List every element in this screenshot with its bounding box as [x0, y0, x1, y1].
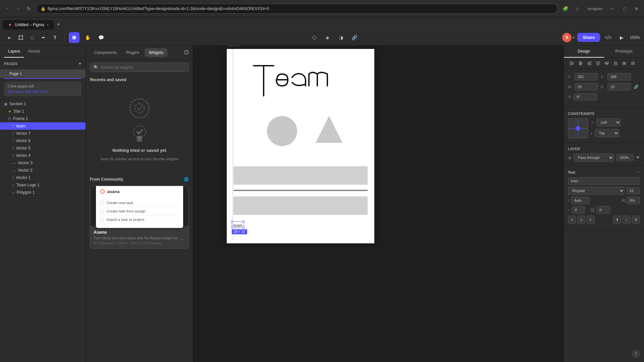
back-button[interactable]: ←	[3, 4, 12, 13]
close-panel-button[interactable]	[184, 50, 189, 56]
canvas-area[interactable]: Frame 1	[193, 46, 564, 362]
plugins-tab[interactable]: Plugins	[122, 48, 143, 57]
maximize-button[interactable]: □	[620, 4, 629, 13]
text-align-center-button[interactable]: ≡	[577, 216, 585, 224]
minimize-button[interactable]: ─	[608, 4, 617, 13]
h-constraint-select[interactable]: Left Right Center Scale Stretch	[596, 118, 621, 126]
font-name-input[interactable]	[568, 177, 640, 185]
letter-spacing-input[interactable]	[627, 197, 640, 204]
select-tool[interactable]: ▸	[4, 32, 15, 43]
v-constraint-select[interactable]: Top Bottom Center Scale Stretch	[595, 129, 619, 137]
pen-tool[interactable]: ✒	[38, 32, 49, 43]
text-align-left-button[interactable]: ≡	[568, 216, 576, 224]
component-tool[interactable]	[69, 32, 79, 43]
y-input[interactable]	[607, 73, 631, 80]
font-size-input[interactable]	[627, 187, 640, 194]
blend-mode-select[interactable]: Pass through	[574, 154, 614, 162]
svg-rect-27	[588, 62, 589, 64]
para-spacing-input[interactable]	[572, 206, 585, 214]
layer-frame1[interactable]: ⊡ Frame 1	[0, 115, 86, 122]
align-bottom-button[interactable]	[611, 59, 620, 67]
close-window-button[interactable]: ✕	[632, 4, 641, 13]
team-text-element[interactable]: team	[233, 223, 243, 228]
layer-vector5[interactable]: ⌇ Vector 5	[0, 144, 86, 152]
search-input[interactable]	[101, 65, 185, 70]
layer-star1[interactable]: ★ Star 1	[0, 108, 86, 115]
bookmark-button[interactable]: ☆	[573, 4, 582, 13]
layer-vector6[interactable]: ⌇ Vector 6	[0, 137, 86, 144]
layer-vector1[interactable]: ⌇ Vector 1	[0, 174, 86, 181]
asana-widget-card[interactable]: ⬡ asana Create new task Create task from…	[90, 186, 189, 249]
frame-tool[interactable]	[15, 32, 26, 43]
figma-tab[interactable]: ✦ Untitled – Figma ×	[3, 20, 54, 29]
tab-layers[interactable]: Layers	[4, 46, 24, 58]
component-set-tool[interactable]: ◈	[322, 32, 333, 43]
font-style-select[interactable]: Regular	[568, 187, 625, 195]
link-tool[interactable]: 🔗	[349, 32, 360, 43]
rotation-input[interactable]	[574, 93, 597, 101]
text-align-right-button[interactable]: ≡	[587, 216, 595, 224]
design-tab[interactable]: Design	[564, 46, 604, 58]
opacity-input[interactable]	[616, 154, 633, 161]
triangle-shape	[314, 114, 344, 145]
layer-vector3[interactable]: — Vector 3	[0, 159, 86, 167]
code-view-button[interactable]: </>	[603, 32, 613, 43]
help-button[interactable]: ?	[632, 350, 640, 358]
see-plans-link[interactable]: See plans that offer more	[7, 89, 78, 94]
x-input[interactable]	[575, 73, 598, 80]
mask-tool[interactable]: ⬡	[309, 32, 320, 43]
svg-rect-24	[581, 62, 582, 64]
text-valign-top-button[interactable]: ⬆	[613, 216, 621, 224]
align-top-button[interactable]	[594, 59, 602, 67]
visibility-icon[interactable]: 👁	[636, 155, 640, 160]
shape-tool[interactable]: □	[27, 32, 38, 43]
text-tool[interactable]: T	[50, 32, 60, 43]
text-spacing-row: ↕ A|	[568, 197, 640, 204]
text-valign-bottom-button[interactable]: ⬇	[632, 216, 640, 224]
add-page-button[interactable]: +	[78, 61, 82, 67]
page-item-1[interactable]: ✓ Page 1	[0, 69, 86, 78]
layer-teamlogo1[interactable]: ○ Team Logo 1	[0, 181, 86, 189]
comment-tool[interactable]: 💬	[96, 32, 106, 43]
tab-assets[interactable]: Assets	[24, 46, 44, 58]
prototype-tab[interactable]: Prototype	[604, 46, 644, 58]
widget-search-box[interactable]: 🔍	[90, 63, 189, 72]
distribute-v-button[interactable]	[629, 59, 637, 67]
layer-vector7[interactable]: ⌇ Vector 7	[0, 130, 86, 137]
para-indent-input[interactable]	[597, 206, 610, 214]
layer-vector2[interactable]: — Vector 2	[0, 167, 86, 174]
distribute-h-button[interactable]	[620, 59, 628, 67]
constrain-proportions-button[interactable]: 🔗	[634, 84, 639, 89]
avatar-chevron[interactable]: ▾	[573, 36, 575, 39]
extensions-button[interactable]: 🧩	[560, 4, 570, 13]
hand-tool[interactable]: ✋	[82, 32, 93, 43]
w-input[interactable]	[575, 83, 598, 90]
text-valign-middle-button[interactable]: ↕	[623, 216, 631, 224]
forward-button[interactable]: →	[13, 4, 23, 13]
refresh-button[interactable]: ↻	[24, 4, 34, 13]
zoom-display[interactable]: 100%	[630, 35, 640, 40]
team-text-content: team	[233, 223, 243, 228]
play-button[interactable]: ▶	[616, 32, 627, 43]
layer-polygon1[interactable]: ▱ Polygon 1	[0, 189, 86, 196]
incognito-label: Incognito	[585, 4, 605, 13]
share-button[interactable]: Share	[577, 33, 600, 42]
align-right-button[interactable]	[585, 59, 593, 67]
layer-team[interactable]: T team	[0, 122, 86, 130]
line-height-input[interactable]	[571, 197, 590, 204]
globe-icon[interactable]: 🌐	[184, 177, 189, 182]
add-tab-button[interactable]: +	[54, 20, 63, 29]
text-more-icon[interactable]: ⋯	[636, 170, 640, 175]
align-center-v-button[interactable]	[603, 59, 611, 67]
components-tab[interactable]: Components	[90, 48, 121, 57]
tab-close-icon[interactable]: ×	[47, 23, 49, 27]
layer-vector4[interactable]: ⌇ Vector 4	[0, 152, 86, 159]
contrast-tool[interactable]: ◑	[336, 32, 346, 43]
svg-rect-26	[590, 62, 591, 65]
align-left-button[interactable]	[568, 59, 576, 67]
layer-section1[interactable]: ▣ Section 1	[0, 100, 86, 108]
align-center-h-button[interactable]	[577, 59, 585, 67]
widgets-tab[interactable]: Widgets	[145, 48, 167, 57]
h-input[interactable]	[607, 83, 631, 90]
address-bar[interactable]: 🔒 figma.com/file/nMSTY1OKvvXSMLY18HsH41/…	[36, 4, 558, 14]
